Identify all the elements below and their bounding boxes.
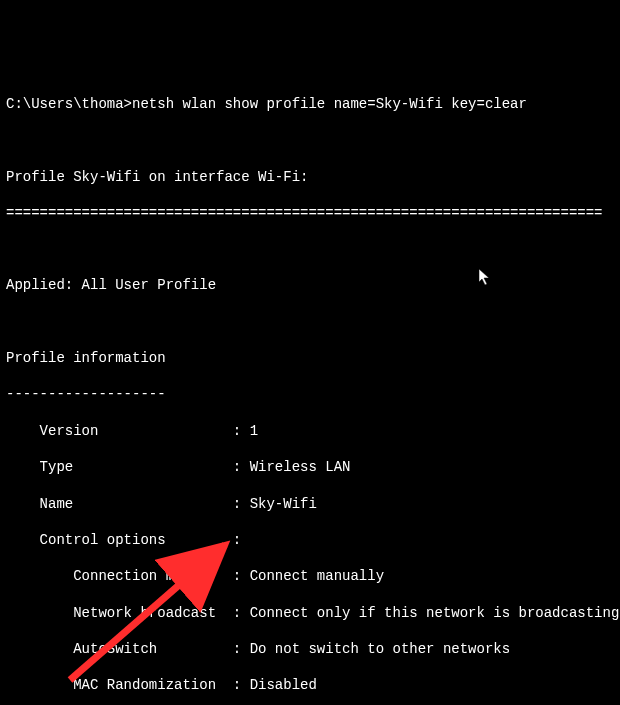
kv-row: MAC Randomization : Disabled [6, 676, 614, 694]
kv-value: Wireless LAN [241, 459, 350, 475]
kv-label: Name : [6, 496, 241, 512]
kv-row: Version : 1 [6, 422, 614, 440]
kv-label: Control options : [6, 532, 241, 548]
divider: ========================================… [6, 204, 614, 222]
kv-value: Sky-Wifi [241, 496, 317, 512]
kv-value: Connect manually [241, 568, 384, 584]
section-dash: ------------------- [6, 385, 614, 403]
kv-row: Name : Sky-Wifi [6, 495, 614, 513]
profile-header: Profile Sky-Wifi on interface Wi-Fi: [6, 168, 614, 186]
kv-label: AutoSwitch : [6, 641, 241, 657]
kv-label: Type : [6, 459, 241, 475]
kv-row: Control options : [6, 531, 614, 549]
kv-value: Connect only if this network is broadcas… [241, 605, 619, 621]
command-prompt-line: C:\Users\thoma>netsh wlan show profile n… [6, 95, 614, 113]
kv-row: AutoSwitch : Do not switch to other netw… [6, 640, 614, 658]
kv-label: MAC Randomization : [6, 677, 241, 693]
kv-value: 1 [241, 423, 258, 439]
kv-row: Type : Wireless LAN [6, 458, 614, 476]
kv-label: Version : [6, 423, 241, 439]
terminal-output[interactable]: C:\Users\thoma>netsh wlan show profile n… [6, 77, 614, 705]
kv-label: Connection mode : [6, 568, 241, 584]
kv-value: Disabled [241, 677, 317, 693]
kv-row: Network broadcast : Connect only if this… [6, 604, 614, 622]
section-title-profile: Profile information [6, 349, 614, 367]
applied-line: Applied: All User Profile [6, 276, 614, 294]
kv-value: Do not switch to other networks [241, 641, 510, 657]
kv-label: Network broadcast : [6, 605, 241, 621]
kv-row: Connection mode : Connect manually [6, 567, 614, 585]
